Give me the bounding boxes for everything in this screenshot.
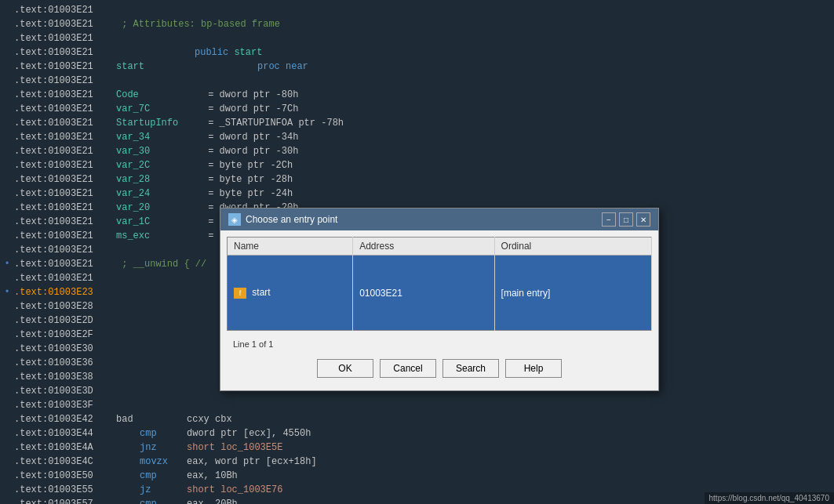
table-row[interactable]: f start 01003E21 [main entry] — [228, 256, 652, 331]
code-line: .text:01003E21 var_24 = byte ptr -24h — [0, 187, 834, 201]
code-line: .text:01003E21 var_2C = byte ptr -2Ch — [0, 158, 834, 172]
line-addr: .text:01003E21 — [14, 33, 116, 44]
status-bar: Line 1 of 1 — [227, 337, 652, 351]
maximize-button[interactable]: □ — [619, 212, 633, 227]
code-line: .text:01003E4A jnz short loc_1003E5E — [0, 441, 834, 455]
code-line: .text:01003E50 cmp eax, 10Bh — [0, 469, 834, 483]
code-line: .text:01003E21 var_28 = byte ptr -28h — [0, 172, 834, 187]
code-line: .text:01003E3F — [0, 398, 834, 412]
code-line: .text:01003E21 var_30 = dword ptr -30h — [0, 144, 834, 158]
code-line: .text:01003E42 bad ccxy cbx — [0, 412, 834, 426]
col-ordinal: Ordinal — [494, 237, 651, 256]
table-header-row: Name Address Ordinal — [228, 237, 652, 256]
entry-icon: f — [234, 288, 246, 299]
code-line: .text:01003E21 var_7C = dword ptr -7Ch — [0, 102, 834, 116]
entry-name-cell: f start — [228, 256, 353, 331]
line-addr: .text:01003E21 — [14, 5, 116, 16]
dialog-title: Choose an entry point — [246, 214, 337, 225]
code-line: .text:01003E4C movzx eax, word ptr [ecx+… — [0, 455, 834, 469]
line-content: public — [195, 47, 234, 58]
choose-entry-point-dialog[interactable]: ◈ Choose an entry point − □ ✕ Name Addre… — [220, 208, 659, 391]
col-name: Name — [228, 237, 353, 256]
help-button[interactable]: Help — [505, 359, 562, 378]
col-address: Address — [353, 237, 494, 256]
code-line: .text:01003E21 — [0, 31, 834, 45]
code-line: .text:01003E44 cmp dword ptr [ecx], 4550… — [0, 426, 834, 441]
code-line: .text:01003E21 public start — [0, 45, 834, 60]
entry-address-cell: 01003E21 — [353, 256, 494, 331]
code-line: .text:01003E21 Code = dword ptr -80h — [0, 88, 834, 102]
code-line: .text:01003E21 StartupInfo = _STARTUPINF… — [0, 116, 834, 130]
dialog-icon: ◈ — [228, 213, 241, 226]
minimize-button[interactable]: − — [602, 212, 616, 227]
dialog-body: Name Address Ordinal f start 01003E21 [m… — [220, 230, 658, 390]
url-bar: https://blog.csdn.net/qq_40413670 — [705, 492, 834, 504]
cancel-button[interactable]: Cancel — [380, 359, 436, 378]
titlebar-controls[interactable]: − □ ✕ — [602, 212, 650, 227]
code-line: .text:01003E21 var_34 = dword ptr -34h — [0, 130, 834, 144]
ok-button[interactable]: OK — [317, 359, 373, 378]
code-line: .text:01003E21 ; Attributes: bp-based fr… — [0, 17, 834, 31]
titlebar-left: ◈ Choose an entry point — [228, 213, 337, 226]
code-line: .text:01003E21 — [0, 74, 834, 88]
entry-table[interactable]: Name Address Ordinal f start 01003E21 [m… — [227, 237, 652, 331]
dialog-titlebar: ◈ Choose an entry point − □ ✕ — [220, 208, 658, 230]
line-addr: .text:01003E21 — [14, 47, 116, 58]
search-button[interactable]: Search — [442, 359, 499, 378]
line-addr: .text:01003E21 — [14, 75, 116, 86]
entry-name: start — [252, 287, 270, 298]
entry-ordinal-cell: [main entry] — [494, 256, 651, 331]
code-line: .text:01003E21 — [0, 3, 834, 17]
line-addr: .text:01003E21 — [14, 61, 116, 72]
close-button[interactable]: ✕ — [636, 212, 650, 227]
line-content: ; Attributes: bp-based frame — [116, 19, 280, 30]
dialog-buttons: OK Cancel Search Help — [227, 356, 652, 384]
code-line: .text:01003E21 start proc near — [0, 60, 834, 74]
line-addr: .text:01003E21 — [14, 19, 116, 30]
